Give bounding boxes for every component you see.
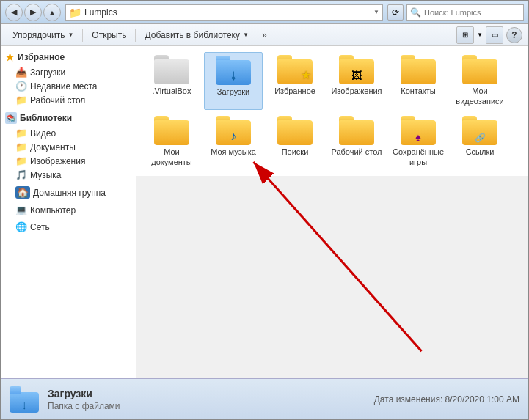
help-button[interactable]: ?	[506, 27, 522, 43]
file-item-images[interactable]: 🖼 Изображения	[327, 52, 386, 110]
sidebar-favorites-header[interactable]: ★ Избранное	[1, 49, 136, 65]
folder-icon-izbr: ★	[277, 55, 313, 84]
address-text: Lumpics	[84, 7, 371, 18]
file-item-contacts[interactable]: Контакты	[389, 52, 448, 110]
sidebar-item-computer[interactable]: 💻 Компьютер	[1, 203, 136, 217]
sidebar-section-homegroup: 🏠 Домашняя группа	[1, 185, 136, 200]
folder-icon-images: 🖼	[339, 55, 374, 84]
toolbar-right: ⊞ ▼ ▭ ?	[456, 26, 522, 44]
view-icon: ⊞	[462, 31, 468, 39]
folder-icon-contacts	[401, 55, 436, 84]
folder-icon-virtualbox	[154, 55, 189, 84]
folder-icon-savedgames: ♠	[401, 116, 436, 145]
open-button[interactable]: Открыть	[86, 26, 132, 44]
sidebar-item-downloads[interactable]: 📥 Загрузки	[1, 65, 136, 79]
more-button[interactable]: »	[256, 26, 273, 44]
file-label-search: Поиски	[282, 147, 309, 157]
sidebar-desktop-label: Рабочий стол	[30, 95, 85, 106]
file-label-downloads: Загрузки	[217, 86, 249, 97]
sidebar-section-computer: 💻 Компьютер	[1, 203, 136, 217]
add-library-button[interactable]: Добавить в библиотеку ▼	[139, 26, 254, 44]
sidebar: ★ Избранное 📥 Загрузки 🕐 Недавние места …	[1, 46, 136, 378]
search-input[interactable]	[424, 8, 525, 17]
music-icon: 🎵	[15, 169, 27, 180]
file-item-links[interactable]: 🔗 Ссылки	[450, 113, 509, 171]
music-overlay-icon: ♪	[230, 130, 236, 143]
address-folder-icon: 📁	[69, 7, 81, 18]
status-folder-type: Папка с файлами	[48, 401, 120, 411]
file-item-savedgames[interactable]: ♠ Сохранённые игры	[389, 113, 448, 171]
file-label-desktop: Рабочий стол	[331, 147, 382, 157]
sidebar-item-video[interactable]: 📁 Видео	[1, 126, 136, 140]
folder-icon-mydocs	[154, 116, 189, 145]
sidebar-section-libraries: 📚 Библиотеки 📁 Видео 📁 Документы 📁 Изобр…	[1, 110, 136, 182]
file-label-mydocs: Мои документы	[145, 147, 198, 168]
file-item-mydocs[interactable]: Мои документы	[142, 113, 201, 171]
sidebar-item-documents[interactable]: 📁 Документы	[1, 140, 136, 154]
file-item-izbr[interactable]: ★ Избранное	[266, 52, 324, 110]
file-item-downloads[interactable]: ↓ Загрузки	[204, 52, 263, 110]
nav-buttons: ◀ ▶ ▲	[5, 4, 61, 21]
status-date-label: Дата изменения:	[374, 394, 443, 405]
sidebar-images-label: Изображения	[30, 156, 85, 166]
sidebar-item-homegroup[interactable]: 🏠 Домашняя группа	[1, 185, 136, 200]
address-dropdown-button[interactable]: ▼	[373, 9, 379, 15]
search-bar[interactable]: 🔍	[406, 4, 524, 21]
status-date-value: 8/20/2020 1:00 AM	[445, 394, 519, 405]
address-bar[interactable]: 📁 Lumpics ▼	[65, 4, 383, 21]
sidebar-recent-label: Недавние места	[30, 81, 97, 92]
file-label-links: Ссылки	[466, 147, 495, 157]
view-dropdown-icon[interactable]: ▼	[477, 32, 483, 38]
sidebar-item-network[interactable]: 🌐 Сеть	[1, 220, 136, 234]
refresh-icon: ⟳	[392, 7, 399, 18]
sidebar-video-label: Видео	[30, 128, 56, 139]
folder-icon-desktop	[339, 116, 374, 145]
star-overlay-icon: ★	[301, 68, 311, 82]
file-item-virtualbox[interactable]: .VirtualBox	[142, 52, 201, 110]
sidebar-item-music[interactable]: 🎵 Музыка	[1, 168, 136, 182]
organize-button[interactable]: Упорядочить ▼	[7, 26, 79, 44]
file-label-myvideo: Мои видеозаписи	[453, 86, 506, 107]
toolbar: Упорядочить ▼ Открыть Добавить в библиот…	[1, 24, 528, 46]
homegroup-icon: 🏠	[15, 186, 30, 199]
photo-overlay-icon: 🖼	[351, 70, 362, 81]
folder-icon-downloads: ↓	[216, 56, 251, 85]
main-content: ★ Избранное 📥 Загрузки 🕐 Недавние места …	[1, 46, 528, 378]
sidebar-libraries-header[interactable]: 📚 Библиотеки	[1, 110, 136, 126]
add-library-label: Добавить в библиотеку	[145, 30, 240, 40]
sidebar-computer-label: Компьютер	[30, 205, 76, 215]
status-folder-icon: ↓	[10, 386, 39, 413]
file-item-desktop[interactable]: Рабочий стол	[327, 113, 386, 171]
folder-icon-links: 🔗	[462, 116, 497, 145]
back-button[interactable]: ◀	[5, 4, 23, 21]
computer-icon: 💻	[15, 205, 27, 215]
toolbar-separator-1	[82, 29, 83, 42]
libraries-label: Библиотеки	[20, 113, 72, 123]
file-item-mymusic[interactable]: ♪ Моя музыка	[204, 113, 263, 171]
file-area-wrapper: .VirtualBox ↓ Загрузки ★	[136, 46, 528, 378]
status-folder-tab	[10, 386, 21, 394]
recent-icon: 🕐	[15, 81, 27, 92]
folder-icon-search	[277, 116, 313, 145]
sidebar-item-recent[interactable]: 🕐 Недавние места	[1, 79, 136, 93]
desktop-folder-icon: 📁	[15, 95, 27, 106]
refresh-button[interactable]: ⟳	[387, 4, 404, 21]
toolbar-separator-2	[135, 29, 136, 42]
file-item-search[interactable]: Поиски	[266, 113, 324, 171]
sidebar-item-images[interactable]: 📁 Изображения	[1, 154, 136, 168]
sidebar-network-label: Сеть	[30, 222, 50, 232]
help-icon: ?	[511, 30, 517, 40]
view-icon-button[interactable]: ⊞	[456, 26, 474, 44]
downloads-folder-icon: 📥	[15, 67, 27, 78]
docs-icon: 📁	[15, 141, 27, 152]
forward-button[interactable]: ▶	[24, 4, 42, 21]
file-area: .VirtualBox ↓ Загрузки ★	[136, 46, 528, 176]
video-icon: 📁	[15, 128, 27, 139]
up-button[interactable]: ▲	[43, 4, 61, 21]
preview-button[interactable]: ▭	[486, 26, 503, 44]
downloads-arrow-icon: ↓	[230, 67, 237, 82]
folder-icon-mymusic: ♪	[216, 116, 251, 145]
file-item-myvideo[interactable]: Мои видеозаписи	[450, 52, 509, 110]
sidebar-item-desktop[interactable]: 📁 Рабочий стол	[1, 93, 136, 107]
favorites-label: Избранное	[18, 52, 65, 62]
